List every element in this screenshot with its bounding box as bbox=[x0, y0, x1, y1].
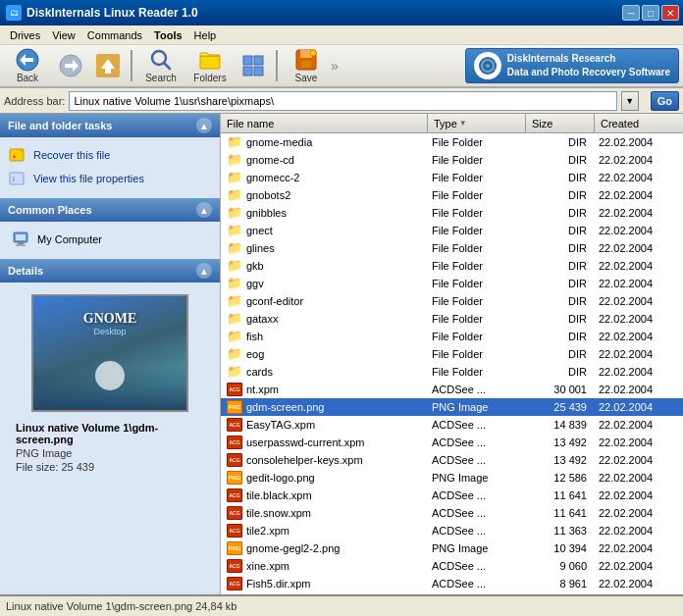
table-row[interactable]: ACG EasyTAG.xpm ACDSee ... 14 839 22.02.… bbox=[221, 416, 683, 434]
up-icon bbox=[96, 54, 120, 77]
menu-help[interactable]: Help bbox=[188, 27, 223, 43]
table-row[interactable]: 📁 ggv File Folder DIR 22.02.2004 bbox=[221, 275, 683, 292]
go-button[interactable]: Go bbox=[651, 91, 679, 111]
forward-button[interactable] bbox=[53, 47, 88, 84]
table-row[interactable]: 📁 gnome-cd File Folder DIR 22.02.2004 bbox=[221, 151, 683, 169]
view-button[interactable] bbox=[236, 47, 271, 84]
details-collapse[interactable]: ▲ bbox=[196, 263, 212, 279]
file-name-cell: 📁 gnibbles bbox=[221, 204, 428, 222]
table-row[interactable]: 📁 gnobots2 File Folder DIR 22.02.2004 bbox=[221, 186, 683, 204]
col-header-name[interactable]: File name bbox=[221, 114, 428, 132]
file-name-cell: 📁 gconf-editor bbox=[221, 292, 428, 310]
table-row[interactable]: 📁 fish File Folder DIR 22.02.2004 bbox=[221, 328, 683, 345]
common-places-collapse[interactable]: ▲ bbox=[196, 202, 212, 218]
table-row[interactable]: 📁 gkb File Folder DIR 22.02.2004 bbox=[221, 257, 683, 275]
file-type-cell: File Folder bbox=[428, 277, 526, 290]
file-size-cell: DIR bbox=[526, 171, 595, 184]
toolbar-separator-1 bbox=[131, 50, 132, 81]
file-name: gnome-gegl2-2.png bbox=[246, 542, 340, 554]
file-size-cell: DIR bbox=[526, 188, 595, 202]
svg-line-8 bbox=[164, 63, 170, 69]
table-row[interactable]: 📁 eog File Folder DIR 22.02.2004 bbox=[221, 345, 683, 363]
folder-icon: 📁 bbox=[227, 276, 242, 290]
view-properties-action[interactable]: i View this file properties bbox=[8, 167, 212, 190]
table-row[interactable]: PNG gnome-gegl2-2.png PNG Image 10 394 2… bbox=[221, 539, 683, 557]
file-type-cell: ACDSee ... bbox=[428, 577, 526, 590]
details-file-size: File size: 25 439 bbox=[16, 461, 204, 473]
menu-commands[interactable]: Commands bbox=[81, 27, 148, 43]
table-row[interactable]: 📁 gconf-editor File Folder DIR 22.02.200… bbox=[221, 292, 683, 310]
table-row[interactable]: ACG RIP.5.xpm ACDSee ... 8 916 22.02.200… bbox=[221, 592, 683, 594]
folder-icon: 📁 bbox=[227, 205, 242, 220]
file-name-cell: ACG nt.xpm bbox=[221, 381, 428, 398]
table-row[interactable]: 📁 glines File Folder DIR 22.02.2004 bbox=[221, 239, 683, 257]
file-created-cell: 22.02.2004 bbox=[595, 206, 683, 220]
file-folder-tasks-collapse[interactable]: ▲ bbox=[196, 118, 212, 133]
file-name-cell: 📁 gnobots2 bbox=[221, 186, 428, 204]
table-row[interactable]: ACG Fish5.dir.xpm ACDSee ... 8 961 22.02… bbox=[221, 575, 683, 592]
minimize-button[interactable]: ─ bbox=[622, 5, 640, 21]
table-row[interactable]: 📁 gnomecc-2 File Folder DIR 22.02.2004 bbox=[221, 169, 683, 186]
table-row[interactable]: ACG tile2.xpm ACDSee ... 11 363 22.02.20… bbox=[221, 522, 683, 539]
file-type-cell: ACDSee ... bbox=[428, 383, 526, 396]
table-row[interactable]: ACG xine.xpm ACDSee ... 9 060 22.02.2004 bbox=[221, 557, 683, 575]
file-size-cell: DIR bbox=[526, 365, 595, 379]
table-row[interactable]: PNG gedit-logo.png PNG Image 12 586 22.0… bbox=[221, 469, 683, 487]
table-row[interactable]: 📁 gnect File Folder DIR 22.02.2004 bbox=[221, 222, 683, 239]
save-button[interactable]: Save bbox=[283, 47, 330, 84]
col-header-size[interactable]: Size bbox=[526, 114, 595, 132]
app-icon: 🗂 bbox=[6, 5, 22, 21]
table-row[interactable]: ACG consolehelper-keys.xpm ACDSee ... 13… bbox=[221, 451, 683, 469]
file-type-cell: File Folder bbox=[428, 241, 526, 255]
common-places-header[interactable]: Common Places ▲ bbox=[0, 198, 220, 222]
table-row[interactable]: 📁 gnibbles File Folder DIR 22.02.2004 bbox=[221, 204, 683, 222]
file-name-cell: 📁 eog bbox=[221, 345, 428, 363]
details-header[interactable]: Details ▲ bbox=[0, 259, 220, 282]
recover-file-action[interactable]: ✦ Recover this file bbox=[8, 143, 212, 167]
status-bar: Linux native Volume 1\gdm-screen.png 24,… bbox=[0, 594, 683, 616]
table-row[interactable]: 📁 cards File Folder DIR 22.02.2004 bbox=[221, 363, 683, 381]
folder-icon: 📁 bbox=[227, 152, 242, 167]
table-row[interactable]: ACG tile.black.xpm ACDSee ... 11 641 22.… bbox=[221, 487, 683, 504]
toolbar: Back Search Folders Save » bbox=[0, 45, 683, 88]
table-row[interactable]: 📁 gataxx File Folder DIR 22.02.2004 bbox=[221, 310, 683, 328]
table-row[interactable]: PNG gdm-screen.png PNG Image 25 439 22.0… bbox=[221, 398, 683, 416]
table-row[interactable]: ACG nt.xpm ACDSee ... 30 001 22.02.2004 bbox=[221, 381, 683, 398]
file-name: glines bbox=[246, 242, 275, 254]
file-size-cell: DIR bbox=[526, 135, 595, 149]
my-computer-item[interactable]: My Computer bbox=[8, 228, 212, 251]
file-type-cell: File Folder bbox=[428, 224, 526, 237]
file-name-cell: PNG gnome-gegl2-2.png bbox=[221, 539, 428, 557]
back-button[interactable]: Back bbox=[4, 47, 51, 84]
file-size-cell: DIR bbox=[526, 347, 595, 361]
recover-file-label: Recover this file bbox=[33, 149, 110, 161]
address-dropdown-button[interactable]: ▼ bbox=[621, 91, 639, 111]
search-button[interactable]: Search bbox=[137, 47, 184, 84]
restore-button[interactable]: □ bbox=[642, 5, 659, 21]
menu-tools[interactable]: Tools bbox=[148, 27, 188, 43]
computer-icon bbox=[12, 230, 31, 249]
address-input[interactable] bbox=[69, 91, 616, 111]
file-name-cell: PNG gedit-logo.png bbox=[221, 469, 428, 487]
file-name-cell: ACG xine.xpm bbox=[221, 557, 428, 575]
table-row[interactable]: 📁 gnome-media File Folder DIR 22.02.2004 bbox=[221, 133, 683, 151]
view-properties-label: View this file properties bbox=[33, 173, 144, 184]
menu-view[interactable]: View bbox=[46, 27, 81, 43]
file-name: gnomecc-2 bbox=[246, 172, 299, 183]
file-size-cell: 8 961 bbox=[526, 577, 595, 590]
table-row[interactable]: ACG userpasswd-current.xpm ACDSee ... 13… bbox=[221, 434, 683, 451]
menu-drives[interactable]: Drives bbox=[4, 27, 46, 43]
file-name: nt.xpm bbox=[246, 384, 279, 395]
file-size-cell: 13 492 bbox=[526, 436, 595, 449]
col-header-created[interactable]: Created bbox=[595, 114, 683, 132]
file-folder-tasks-header[interactable]: File and folder tasks ▲ bbox=[0, 114, 220, 137]
up-button[interactable] bbox=[90, 47, 126, 84]
folders-button[interactable]: Folders bbox=[186, 47, 234, 84]
file-name-cell: ACG tile.snow.xpm bbox=[221, 504, 428, 522]
close-button[interactable]: ✕ bbox=[661, 5, 679, 21]
file-size-cell: DIR bbox=[526, 294, 595, 308]
file-name: gataxx bbox=[246, 313, 278, 325]
table-row[interactable]: ACG tile.snow.xpm ACDSee ... 11 641 22.0… bbox=[221, 504, 683, 522]
file-name: gkb bbox=[246, 260, 264, 272]
col-header-type[interactable]: Type ▼ bbox=[428, 114, 526, 132]
